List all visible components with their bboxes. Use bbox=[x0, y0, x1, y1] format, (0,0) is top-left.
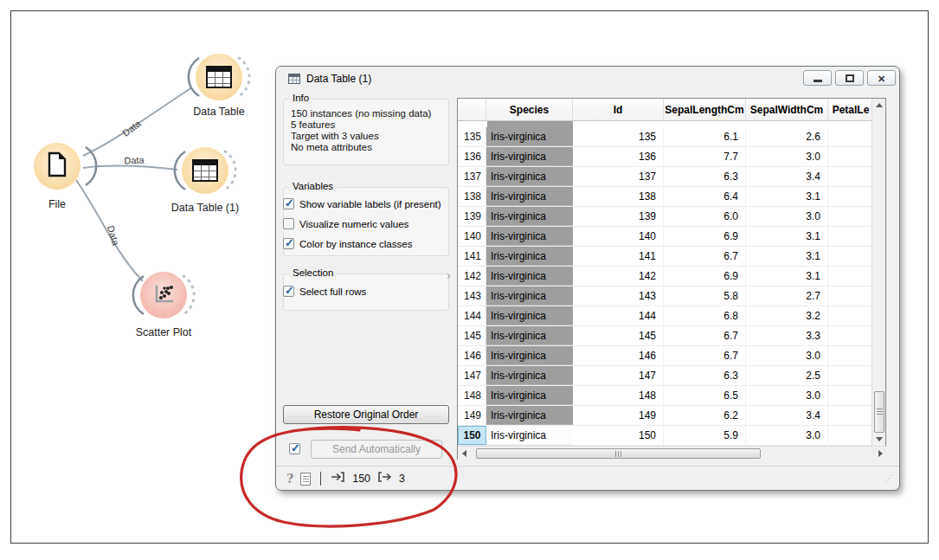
row-number-cell[interactable]: 141 bbox=[458, 247, 486, 266]
sepal-length-cell[interactable]: 7.7 bbox=[664, 147, 746, 166]
row-number-cell[interactable]: 143 bbox=[458, 286, 486, 306]
close-button[interactable] bbox=[867, 70, 896, 86]
color-by-classes-checkbox-row[interactable]: Color by instance classes bbox=[283, 238, 412, 249]
species-cell[interactable]: Iris-virginica bbox=[486, 426, 573, 445]
send-automatically-checkbox[interactable] bbox=[289, 443, 300, 454]
row-number-cell[interactable]: 146 bbox=[458, 346, 486, 365]
id-cell[interactable]: 143 bbox=[573, 286, 664, 306]
id-cell[interactable]: 140 bbox=[573, 227, 664, 246]
petal-length-cell[interactable] bbox=[828, 366, 873, 385]
show-variable-labels-checkbox-row[interactable]: Show variable labels (if present) bbox=[283, 198, 441, 209]
node-file[interactable] bbox=[34, 143, 80, 190]
scroll-right-button[interactable] bbox=[874, 447, 887, 460]
row-number-cell[interactable]: 140 bbox=[458, 227, 486, 246]
species-cell[interactable]: Iris-virginica bbox=[486, 406, 573, 425]
select-full-rows-checkbox[interactable] bbox=[283, 286, 294, 297]
petal-length-cell[interactable] bbox=[828, 207, 873, 226]
species-cell[interactable]: Iris-virginica bbox=[486, 167, 573, 186]
table-row[interactable]: 136 Iris-virginica 136 7.7 3.0 bbox=[458, 147, 873, 167]
header-species[interactable]: Species bbox=[486, 99, 573, 120]
row-number-cell[interactable]: 144 bbox=[458, 306, 486, 325]
row-number-cell[interactable]: 150 bbox=[458, 426, 486, 445]
row-number-cell[interactable]: 148 bbox=[458, 386, 486, 405]
row-number-cell[interactable]: 136 bbox=[458, 147, 486, 166]
id-cell[interactable]: 136 bbox=[573, 147, 664, 166]
header-sepal-length[interactable]: SepalLengthCm bbox=[664, 99, 746, 120]
species-cell[interactable]: Iris-virginica bbox=[486, 227, 573, 246]
table-row[interactable]: 146 Iris-virginica 146 6.7 3.0 bbox=[458, 346, 873, 366]
table-row[interactable]: 139 Iris-virginica 139 6.0 3.0 bbox=[458, 207, 873, 227]
species-cell[interactable]: Iris-virginica bbox=[486, 286, 573, 306]
sepal-width-cell[interactable]: 3.0 bbox=[746, 426, 828, 445]
petal-length-cell[interactable] bbox=[828, 127, 873, 146]
horizontal-scroll-thumb[interactable] bbox=[476, 448, 761, 459]
sepal-width-cell[interactable]: 3.1 bbox=[746, 267, 828, 286]
species-cell[interactable]: Iris-virginica bbox=[486, 386, 573, 405]
header-row-number[interactable] bbox=[458, 99, 486, 120]
sepal-length-cell[interactable]: 6.1 bbox=[664, 127, 746, 146]
id-cell[interactable]: 150 bbox=[573, 426, 664, 445]
species-cell[interactable]: Iris-virginica bbox=[486, 207, 573, 226]
species-cell[interactable]: Iris-virginica bbox=[486, 267, 573, 286]
petal-length-cell[interactable] bbox=[828, 386, 873, 405]
petal-length-cell[interactable] bbox=[828, 227, 873, 246]
species-cell[interactable]: Iris-virginica bbox=[486, 247, 573, 266]
sepal-length-cell[interactable]: 5.9 bbox=[664, 426, 746, 445]
sepal-width-cell[interactable]: 3.0 bbox=[746, 386, 828, 405]
species-cell[interactable]: Iris-virginica bbox=[486, 306, 573, 325]
sepal-width-cell[interactable]: 2.7 bbox=[746, 286, 828, 306]
row-number-cell[interactable]: 135 bbox=[458, 127, 486, 146]
sepal-length-cell[interactable]: 6.4 bbox=[664, 187, 746, 206]
petal-length-cell[interactable] bbox=[828, 167, 873, 186]
table-row[interactable]: 140 Iris-virginica 140 6.9 3.1 bbox=[458, 227, 873, 247]
send-automatically-button[interactable]: Send Automatically bbox=[311, 440, 442, 459]
row-number-cell[interactable]: 138 bbox=[458, 187, 486, 206]
table-row[interactable]: 137 Iris-virginica 137 6.3 3.4 bbox=[458, 167, 873, 187]
sepal-length-cell[interactable]: 6.9 bbox=[664, 227, 746, 246]
sepal-width-cell[interactable]: 3.4 bbox=[746, 167, 828, 186]
species-cell[interactable]: Iris-virginica bbox=[486, 346, 573, 365]
sepal-length-cell[interactable]: 6.0 bbox=[664, 207, 746, 226]
sepal-width-cell[interactable]: 3.3 bbox=[746, 326, 828, 345]
id-cell[interactable]: 144 bbox=[573, 306, 664, 325]
color-by-classes-checkbox[interactable] bbox=[283, 238, 294, 249]
help-icon[interactable]: ? bbox=[286, 472, 293, 486]
id-cell[interactable]: 148 bbox=[573, 386, 664, 405]
species-cell[interactable]: Iris-virginica bbox=[486, 366, 573, 385]
petal-length-cell[interactable] bbox=[828, 346, 873, 365]
sepal-length-cell[interactable]: 6.8 bbox=[664, 306, 746, 325]
species-cell[interactable]: Iris-virginica bbox=[486, 147, 573, 166]
visualize-numeric-checkbox[interactable] bbox=[283, 218, 294, 229]
scroll-left-button[interactable] bbox=[458, 447, 471, 460]
vertical-scroll-thumb[interactable] bbox=[874, 391, 884, 433]
scroll-down-button[interactable] bbox=[872, 433, 885, 446]
table-row[interactable]: 142 Iris-virginica 142 6.9 3.1 bbox=[458, 267, 873, 286]
petal-length-cell[interactable] bbox=[828, 187, 873, 206]
sepal-length-cell[interactable]: 6.7 bbox=[664, 326, 746, 345]
id-cell[interactable]: 142 bbox=[573, 267, 664, 286]
table-row[interactable]: 145 Iris-virginica 145 6.7 3.3 bbox=[458, 326, 873, 346]
petal-length-cell[interactable] bbox=[828, 326, 873, 345]
sepal-width-cell[interactable]: 3.1 bbox=[746, 187, 828, 206]
sepal-width-cell[interactable]: 3.2 bbox=[746, 306, 828, 325]
petal-length-cell[interactable] bbox=[828, 267, 873, 286]
id-cell[interactable]: 149 bbox=[573, 406, 664, 425]
table-row[interactable]: 135 Iris-virginica 135 6.1 2.6 bbox=[458, 127, 873, 147]
petal-length-cell[interactable] bbox=[828, 406, 873, 425]
sepal-length-cell[interactable]: 6.7 bbox=[664, 346, 746, 365]
id-cell[interactable]: 147 bbox=[573, 366, 664, 385]
maximize-button[interactable] bbox=[835, 70, 864, 86]
table-row[interactable]: 144 Iris-virginica 144 6.8 3.2 bbox=[458, 306, 873, 326]
row-number-cell[interactable]: 149 bbox=[458, 406, 486, 425]
sepal-length-cell[interactable]: 6.3 bbox=[664, 167, 746, 186]
select-full-rows-checkbox-row[interactable]: Select full rows bbox=[283, 286, 366, 297]
sepal-length-cell[interactable]: 6.2 bbox=[664, 406, 746, 425]
sepal-length-cell[interactable]: 6.7 bbox=[664, 247, 746, 266]
sepal-width-cell[interactable]: 3.0 bbox=[746, 207, 828, 226]
table-row[interactable]: 141 Iris-virginica 141 6.7 3.1 bbox=[458, 247, 873, 267]
scroll-up-button[interactable] bbox=[872, 99, 885, 112]
node-data-table-1[interactable] bbox=[182, 147, 228, 194]
row-number-cell[interactable]: 137 bbox=[458, 167, 486, 186]
horizontal-scrollbar[interactable] bbox=[458, 446, 887, 460]
petal-length-cell[interactable] bbox=[828, 306, 873, 325]
